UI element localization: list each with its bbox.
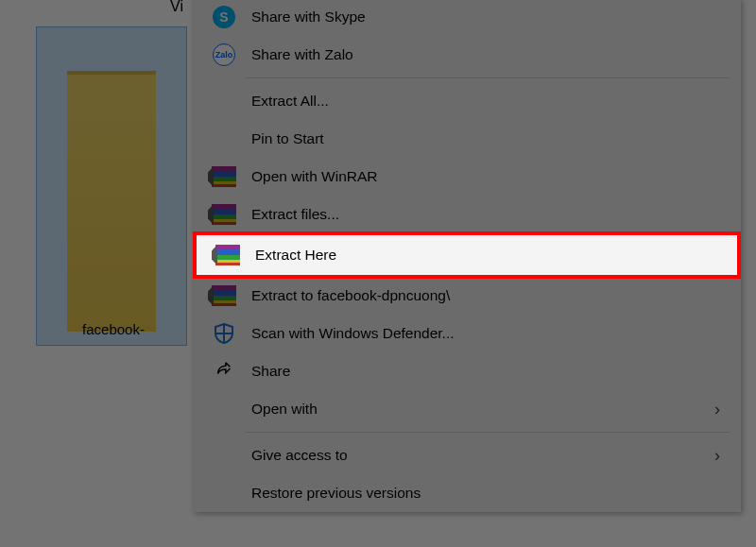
- winrar-icon: [215, 245, 240, 265]
- menu-extract-files[interactable]: Extract files...: [193, 196, 741, 233]
- menu-share-zalo[interactable]: Zalo Share with Zalo: [193, 36, 741, 74]
- menu-share-skype[interactable]: S Share with Skype: [193, 0, 741, 36]
- menu-separator: [246, 77, 730, 78]
- menu-label: Open with WinRAR: [242, 168, 741, 185]
- file-explorer-area: Vi facebook- S Share with Skype Zalo Sha…: [0, 0, 756, 547]
- menu-open-with[interactable]: Open with ›: [193, 390, 741, 428]
- chevron-right-icon: ›: [714, 446, 720, 466]
- menu-label: Restore previous versions: [242, 485, 741, 502]
- menu-label: Extract to facebook-dpncuong\: [242, 287, 741, 304]
- menu-label: Share: [242, 363, 741, 380]
- menu-extract-all[interactable]: Extract All...: [193, 82, 741, 120]
- menu-label: Share with Skype: [242, 9, 741, 26]
- chevron-right-icon: ›: [714, 400, 720, 419]
- menu-open-winrar[interactable]: Open with WinRAR: [193, 158, 741, 196]
- file-selection: Vi facebook-: [19, 0, 208, 359]
- winrar-icon: [212, 285, 236, 306]
- menu-label: Extract Here: [246, 247, 737, 264]
- menu-label: Extract All...: [242, 93, 741, 110]
- menu-share[interactable]: Share: [193, 352, 741, 390]
- menu-separator: [246, 432, 730, 433]
- menu-defender[interactable]: Scan with Windows Defender...: [193, 315, 741, 352]
- menu-restore-previous[interactable]: Restore previous versions: [193, 474, 741, 512]
- winrar-icon: [212, 166, 236, 187]
- menu-give-access[interactable]: Give access to ›: [193, 436, 741, 474]
- skype-icon: S: [213, 6, 235, 28]
- folder-icon: [67, 71, 156, 332]
- menu-label: Give access to: [242, 447, 741, 464]
- context-menu: S Share with Skype Zalo Share with Zalo …: [193, 0, 741, 512]
- menu-label: Extract files...: [242, 206, 741, 223]
- share-icon: [214, 359, 234, 384]
- menu-label: Open with: [242, 401, 741, 418]
- file-name-label: facebook-: [19, 321, 208, 337]
- header-fragment: Vi: [170, 0, 183, 15]
- winrar-icon: [212, 204, 236, 225]
- menu-extract-to[interactable]: Extract to facebook-dpncuong\: [193, 277, 741, 315]
- menu-pin-to-start[interactable]: Pin to Start: [193, 120, 741, 158]
- defender-shield-icon: [213, 322, 235, 345]
- menu-label: Share with Zalo: [242, 46, 741, 63]
- selected-file-card[interactable]: [36, 26, 187, 346]
- highlighted-menu-row: Extract Here: [193, 231, 741, 279]
- menu-extract-here[interactable]: Extract Here: [193, 231, 741, 279]
- menu-label: Scan with Windows Defender...: [242, 325, 741, 342]
- menu-label: Pin to Start: [242, 130, 741, 147]
- zalo-icon: Zalo: [213, 43, 235, 66]
